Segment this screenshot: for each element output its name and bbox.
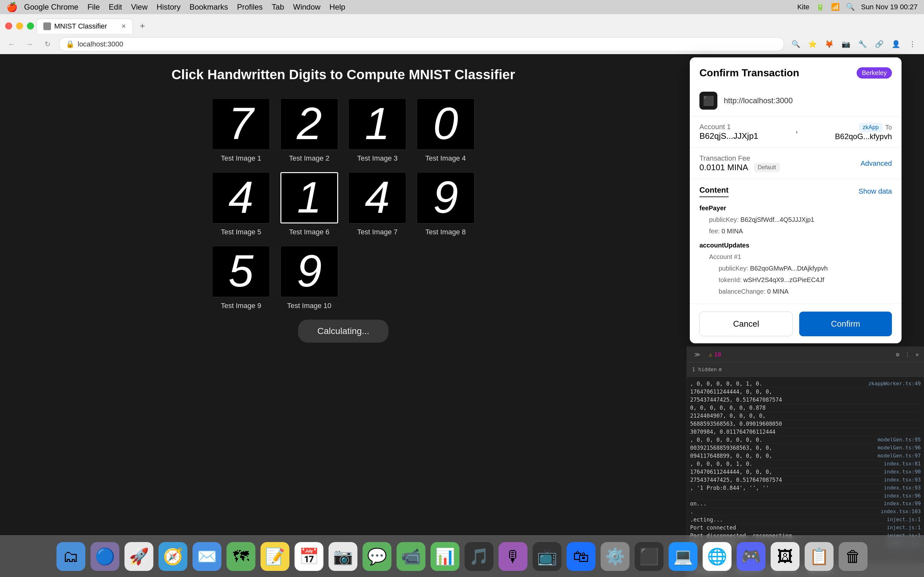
address-bar[interactable]: 🔒 localhost:3000 bbox=[59, 37, 784, 51]
calculating-button[interactable]: Calculating... bbox=[298, 319, 389, 343]
hidden-settings-icon[interactable]: ⚙ bbox=[719, 366, 722, 372]
extension-icon-4[interactable]: 🔗 bbox=[873, 38, 885, 51]
devtools-expand-icon[interactable]: ≫ bbox=[692, 350, 702, 359]
profile-icon[interactable]: 👤 bbox=[889, 38, 902, 51]
log-source[interactable]: index.tsx:96 bbox=[884, 493, 921, 499]
back-button[interactable]: ← bbox=[5, 38, 18, 51]
log-source[interactable]: index.tsx:93 bbox=[884, 485, 921, 491]
forward-button[interactable]: → bbox=[23, 38, 36, 51]
minimize-button[interactable] bbox=[16, 23, 23, 29]
dock-chrome[interactable]: 🌐 bbox=[703, 542, 732, 571]
log-source[interactable]: index.tsx:103 bbox=[881, 508, 921, 514]
content-tab[interactable]: Content bbox=[699, 185, 729, 197]
mnist-canvas-4[interactable]: 0 bbox=[417, 98, 475, 150]
dock-facetime[interactable]: 📹 bbox=[397, 542, 425, 571]
new-tab-button[interactable]: + bbox=[136, 19, 150, 33]
dock-terminal[interactable]: ⬛ bbox=[635, 542, 664, 571]
accounts-arrow-button[interactable]: › bbox=[790, 125, 804, 139]
log-source[interactable]: index.tsx:90 bbox=[884, 469, 921, 475]
dock-calendar[interactable]: 📅 bbox=[294, 542, 323, 571]
menu-edit[interactable]: Edit bbox=[109, 3, 122, 11]
menu-profiles[interactable]: Profiles bbox=[237, 3, 263, 11]
dock-discord[interactable]: 🎮 bbox=[737, 542, 766, 571]
dock-messages[interactable]: 💬 bbox=[363, 542, 391, 571]
dock-systemprefs[interactable]: ⚙️ bbox=[601, 542, 630, 571]
dock-trash[interactable]: 🗑 bbox=[838, 542, 867, 571]
dock-mail[interactable]: ✉️ bbox=[192, 542, 221, 571]
advanced-button[interactable]: Advanced bbox=[861, 159, 892, 168]
menu-view[interactable]: View bbox=[131, 3, 148, 11]
menu-help[interactable]: Help bbox=[330, 3, 345, 11]
modal-title: Confirm Transaction bbox=[699, 67, 799, 79]
menu-bookmarks[interactable]: Bookmarks bbox=[190, 3, 228, 11]
devtools-more-icon[interactable]: ⋮ bbox=[905, 351, 910, 358]
log-line: Port connected inject.js:1 bbox=[690, 524, 921, 532]
dock-podcasts[interactable]: 🎙 bbox=[499, 542, 527, 571]
dock-finder[interactable]: 🗂 bbox=[57, 542, 86, 571]
dock-preview[interactable]: 🖼 bbox=[771, 542, 800, 571]
mnist-canvas-7[interactable]: 4 bbox=[349, 172, 406, 223]
log-source[interactable]: index.tsx:81 bbox=[884, 461, 921, 467]
mnist-canvas-5[interactable]: 4 bbox=[212, 172, 270, 223]
mnist-canvas-10[interactable]: 9 bbox=[280, 246, 338, 297]
log-text: 3070984, 0.011764706112444 bbox=[690, 429, 921, 435]
dock-numbers[interactable]: 📊 bbox=[431, 542, 459, 571]
bookmark-icon[interactable]: ⭐ bbox=[806, 38, 819, 51]
log-text: on... bbox=[690, 500, 880, 507]
devtools-settings-icon[interactable]: ⚙ bbox=[896, 351, 899, 358]
dock-other[interactable]: 📋 bbox=[804, 542, 834, 571]
log-source[interactable]: modelGen.ts:96 bbox=[877, 445, 921, 451]
apple-menu[interactable]: 🍎 bbox=[6, 2, 18, 13]
dock-safari[interactable]: 🧭 bbox=[158, 542, 187, 571]
mnist-canvas-9[interactable]: 5 bbox=[212, 246, 270, 297]
log-source[interactable]: index.tsx:99 bbox=[884, 500, 921, 506]
search-browser-icon[interactable]: 🔍 bbox=[789, 38, 802, 51]
log-source[interactable]: index.tsx:93 bbox=[884, 477, 921, 483]
devtools-close-icon[interactable]: ✕ bbox=[915, 351, 919, 358]
dock-music[interactable]: 🎵 bbox=[465, 542, 493, 571]
menu-history[interactable]: History bbox=[157, 3, 181, 11]
mnist-canvas-3[interactable]: 1 bbox=[349, 98, 406, 150]
dock-appletv[interactable]: 📺 bbox=[533, 542, 561, 571]
menu-chrome[interactable]: Google Chrome bbox=[24, 3, 78, 11]
search-icon[interactable]: 🔍 bbox=[846, 3, 855, 11]
log-source[interactable]: modelGen.ts:95 bbox=[877, 437, 921, 443]
svg-text:4: 4 bbox=[228, 172, 254, 222]
extension-icon-1[interactable]: 🦊 bbox=[822, 38, 835, 51]
more-icon[interactable]: ⋮ bbox=[906, 38, 919, 51]
list-item: 1 Test Image 6 bbox=[280, 172, 339, 236]
close-button[interactable] bbox=[5, 23, 12, 29]
menu-tab[interactable]: Tab bbox=[272, 3, 284, 11]
log-line: 094117648899, 0, 0, 0, 0, modelGen.ts:97 bbox=[690, 452, 921, 460]
tab-close-button[interactable]: ✕ bbox=[121, 23, 126, 30]
mnist-canvas-6[interactable]: 1 bbox=[280, 172, 338, 223]
log-source[interactable]: inject.js:1 bbox=[887, 524, 921, 530]
menu-window[interactable]: Window bbox=[293, 3, 320, 11]
mnist-canvas-2[interactable]: 2 bbox=[280, 98, 338, 150]
browser-actions: 🔍 ⭐ 🦊 📷 🔧 🔗 👤 ⋮ bbox=[789, 38, 919, 51]
extension-icon-3[interactable]: 🔧 bbox=[856, 38, 869, 51]
confirm-button[interactable]: Confirm bbox=[799, 311, 892, 336]
menu-file[interactable]: File bbox=[87, 3, 100, 11]
maximize-button[interactable] bbox=[27, 23, 34, 29]
cancel-button[interactable]: Cancel bbox=[699, 311, 793, 336]
mnist-canvas-1[interactable]: 7 bbox=[212, 98, 270, 150]
extension-icon-2[interactable]: 📷 bbox=[839, 38, 852, 51]
dock-launchpad[interactable]: 🚀 bbox=[124, 542, 153, 571]
tree-public-key-row: publicKey: B62qjSfWdf...4Q5JJJXjp1 bbox=[699, 214, 892, 226]
dock-appstore[interactable]: 🛍 bbox=[567, 542, 596, 571]
reload-button[interactable]: ↻ bbox=[41, 38, 54, 51]
mnist-canvas-8[interactable]: 9 bbox=[417, 172, 475, 223]
log-source[interactable]: zkappWorker.ts:49 bbox=[868, 380, 921, 387]
tree-token-id-label: tokenId: bbox=[719, 276, 741, 284]
dock-notes[interactable]: 📝 bbox=[260, 542, 289, 571]
log-source[interactable]: modelGen.ts:97 bbox=[877, 453, 921, 459]
tree-token-id-value: wSHV2S4qX9...zGPieEC4Jf bbox=[743, 276, 824, 284]
browser-tab[interactable]: MNIST Classifier ✕ bbox=[37, 19, 133, 34]
show-data-button[interactable]: Show data bbox=[859, 187, 892, 195]
dock-vscode[interactable]: 💻 bbox=[669, 542, 698, 571]
dock-photos[interactable]: 📷 bbox=[328, 542, 357, 571]
log-source[interactable]: inject.js:1 bbox=[887, 516, 921, 522]
dock-maps[interactable]: 🗺 bbox=[226, 542, 255, 571]
dock-siri[interactable]: 🔵 bbox=[90, 542, 120, 571]
